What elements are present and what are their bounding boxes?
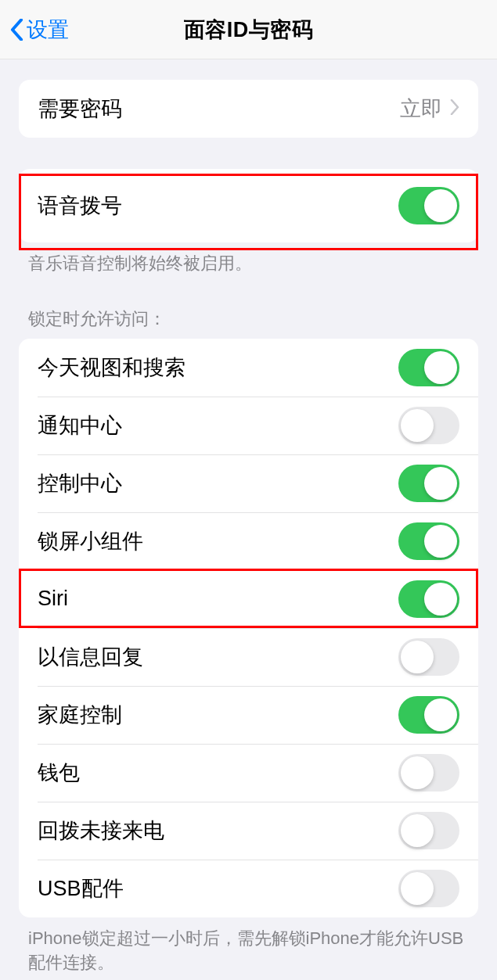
- voice-dial-footer: 音乐语音控制将始终被启用。: [0, 242, 497, 276]
- voice-dial-toggle[interactable]: [398, 187, 459, 224]
- lock-access-toggle[interactable]: [398, 407, 459, 444]
- lock-access-toggle[interactable]: [398, 349, 459, 386]
- lock-access-row: 锁屏小组件: [19, 512, 478, 570]
- lock-access-label: 控制中心: [38, 469, 398, 497]
- voice-dial-row: 语音拨号: [19, 169, 478, 242]
- voice-dial-label: 语音拨号: [38, 192, 398, 220]
- back-button[interactable]: 设置: [9, 16, 69, 44]
- require-passcode-label: 需要密码: [38, 95, 400, 123]
- lock-access-toggle[interactable]: [398, 580, 459, 618]
- lock-access-label: 锁屏小组件: [38, 527, 398, 555]
- lock-access-label: 回拨未接来电: [38, 817, 398, 845]
- lock-access-label: USB配件: [38, 874, 398, 903]
- lock-access-toggle[interactable]: [398, 696, 459, 734]
- lock-access-toggle[interactable]: [398, 870, 459, 907]
- require-passcode-group: 需要密码 立即: [19, 80, 478, 138]
- lock-access-toggle[interactable]: [398, 812, 459, 849]
- lock-access-label: 通知中心: [38, 411, 398, 440]
- lock-access-label: 以信息回复: [38, 643, 398, 671]
- lock-access-row: Siri: [19, 570, 478, 628]
- lock-access-row: 家庭控制: [19, 686, 478, 744]
- require-passcode-row[interactable]: 需要密码 立即: [19, 80, 478, 138]
- lock-access-row: USB配件: [19, 860, 478, 917]
- lock-access-row: 今天视图和搜索: [19, 339, 478, 397]
- nav-header: 设置 面容ID与密码: [0, 0, 497, 59]
- lock-access-toggle[interactable]: [398, 638, 459, 676]
- lock-access-toggle[interactable]: [398, 522, 459, 560]
- lock-access-row: 钱包: [19, 744, 478, 802]
- lock-access-header: 锁定时允许访问：: [0, 307, 497, 339]
- lock-access-footer: iPhone锁定超过一小时后，需先解锁iPhone才能允许USB配件连接。: [0, 917, 497, 975]
- lock-access-label: 钱包: [38, 759, 398, 787]
- voice-dial-group: 语音拨号: [19, 169, 478, 242]
- lock-access-label: 今天视图和搜索: [38, 354, 398, 382]
- lock-access-row: 以信息回复: [19, 628, 478, 686]
- lock-access-toggle[interactable]: [398, 465, 459, 502]
- lock-access-label: 家庭控制: [38, 701, 398, 729]
- lock-access-row: 控制中心: [19, 454, 478, 512]
- lock-access-row: 通知中心: [19, 397, 478, 454]
- lock-access-label: Siri: [38, 587, 398, 611]
- lock-access-group: 今天视图和搜索通知中心控制中心锁屏小组件Siri以信息回复家庭控制钱包回拨未接来…: [19, 339, 478, 917]
- chevron-left-icon: [9, 18, 23, 41]
- require-passcode-value: 立即: [400, 95, 442, 123]
- page-title: 面容ID与密码: [184, 16, 314, 44]
- lock-access-toggle[interactable]: [398, 754, 459, 792]
- chevron-right-icon: [450, 99, 459, 118]
- back-label: 设置: [27, 16, 69, 44]
- lock-access-row: 回拨未接来电: [19, 802, 478, 860]
